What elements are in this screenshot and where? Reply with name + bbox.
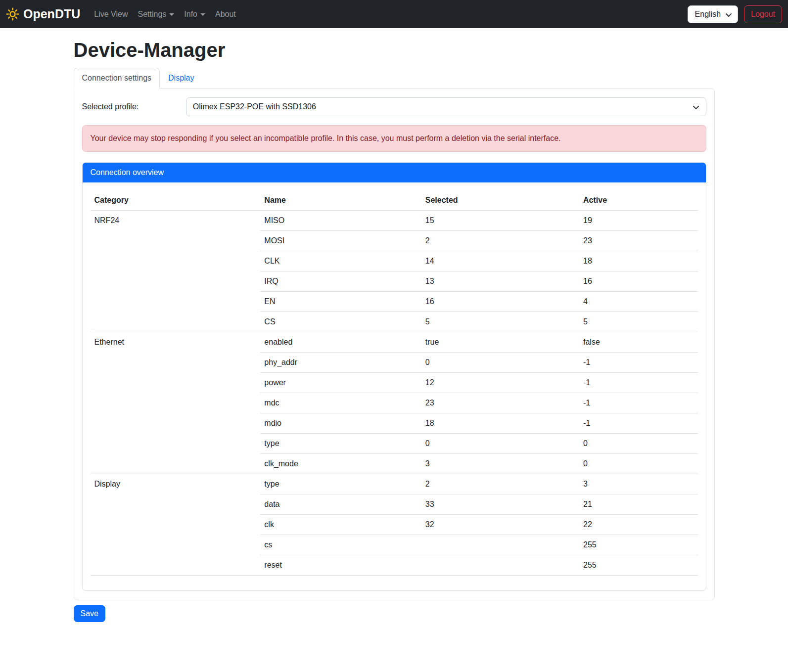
chevron-down-icon: [692, 103, 700, 111]
active-cell: -1: [579, 353, 698, 373]
top-navbar: OpenDTU Live View Settings Info About En…: [0, 0, 788, 28]
name-cell: clk: [260, 515, 421, 535]
name-cell: cs: [260, 535, 421, 555]
profile-select[interactable]: Olimex ESP32-POE with SSD1306: [186, 97, 706, 116]
active-cell: 255: [579, 555, 698, 576]
active-cell: 21: [579, 494, 698, 515]
name-cell: phy_addr: [260, 353, 421, 373]
category-cell: Display: [91, 474, 261, 576]
brand[interactable]: OpenDTU: [6, 5, 80, 24]
selected-cell: 15: [421, 211, 579, 231]
selected-cell: true: [421, 332, 579, 353]
nav-item-info[interactable]: Info: [179, 4, 210, 24]
page-title: Device-Manager: [74, 38, 715, 62]
active-cell: false: [579, 332, 698, 353]
logout-button[interactable]: Logout: [744, 5, 782, 23]
tab-display[interactable]: Display: [160, 68, 202, 89]
save-button[interactable]: Save: [74, 605, 105, 622]
name-cell: data: [260, 494, 421, 515]
connection-overview-card: Connection overview Category Name Select…: [82, 162, 706, 591]
incompatible-profile-warning: Your device may stop responding if you s…: [82, 125, 706, 152]
selected-cell: 2: [421, 474, 579, 494]
selected-cell: 2: [421, 231, 579, 251]
tab-bar: Connection settings Display: [74, 68, 715, 88]
chevron-down-icon: [725, 11, 733, 19]
table-row: Displaytype23: [91, 474, 698, 494]
active-cell: 255: [579, 535, 698, 555]
active-cell: 3: [579, 474, 698, 494]
selected-cell: 16: [421, 292, 579, 312]
nav-item-live-view[interactable]: Live View: [89, 4, 133, 24]
connection-table-head: Category Name Selected Active: [91, 190, 698, 211]
selected-cell: 13: [421, 271, 579, 292]
active-cell: -1: [579, 373, 698, 393]
name-cell: power: [260, 373, 421, 393]
name-cell: CLK: [260, 251, 421, 271]
name-cell: EN: [260, 292, 421, 312]
active-cell: 19: [579, 211, 698, 231]
profile-row: Selected profile: Olimex ESP32-POE with …: [82, 97, 706, 116]
selected-cell: 0: [421, 353, 579, 373]
category-cell: NRF24: [91, 211, 261, 332]
name-cell: clk_mode: [260, 454, 421, 474]
selected-cell: 0: [421, 434, 579, 454]
language-select[interactable]: English: [688, 5, 738, 23]
main-nav: Live View Settings Info About: [89, 4, 241, 24]
col-header-active: Active: [579, 190, 698, 211]
nav-item-settings[interactable]: Settings: [133, 4, 179, 24]
name-cell: MISO: [260, 211, 421, 231]
tab-connection-settings[interactable]: Connection settings: [74, 68, 160, 89]
active-cell: 16: [579, 271, 698, 292]
active-cell: 0: [579, 454, 698, 474]
language-select-value: English: [695, 8, 721, 20]
name-cell: type: [260, 474, 421, 494]
active-cell: 5: [579, 312, 698, 332]
name-cell: type: [260, 434, 421, 454]
selected-cell: 3: [421, 454, 579, 474]
name-cell: mdio: [260, 413, 421, 434]
nav-item-info-label: Info: [184, 10, 197, 18]
name-cell: enabled: [260, 332, 421, 353]
table-row: Ethernetenabledtruefalse: [91, 332, 698, 353]
selected-cell: 5: [421, 312, 579, 332]
selected-cell: 33: [421, 494, 579, 515]
profile-select-value: Olimex ESP32-POE with SSD1306: [193, 101, 316, 113]
selected-cell: 18: [421, 413, 579, 434]
connection-table-body: NRF24MISO1519MOSI223CLK1418IRQ1316EN164C…: [91, 211, 698, 576]
table-row: NRF24MISO1519: [91, 211, 698, 231]
active-cell: -1: [579, 393, 698, 413]
active-cell: 22: [579, 515, 698, 535]
col-header-selected: Selected: [421, 190, 579, 211]
name-cell: mdc: [260, 393, 421, 413]
chevron-down-icon: [169, 13, 174, 16]
selected-cell: 14: [421, 251, 579, 271]
name-cell: IRQ: [260, 271, 421, 292]
active-cell: 4: [579, 292, 698, 312]
connection-table: Category Name Selected Active NRF24MISO1…: [91, 190, 698, 576]
card-header: Connection overview: [83, 163, 706, 182]
tab-panel-connection-settings: Selected profile: Olimex ESP32-POE with …: [74, 88, 715, 600]
selected-cell: 23: [421, 393, 579, 413]
name-cell: CS: [260, 312, 421, 332]
card-body: Category Name Selected Active NRF24MISO1…: [83, 182, 706, 590]
navbar-right: English Logout: [688, 5, 782, 23]
profile-label: Selected profile:: [82, 101, 186, 113]
active-cell: 23: [579, 231, 698, 251]
brand-label: OpenDTU: [23, 5, 80, 24]
selected-cell: [421, 535, 579, 555]
chevron-down-icon: [200, 13, 205, 16]
active-cell: 18: [579, 251, 698, 271]
header-row: Category Name Selected Active: [91, 190, 698, 211]
sun-icon: [6, 7, 19, 21]
nav-item-about[interactable]: About: [210, 4, 241, 24]
name-cell: MOSI: [260, 231, 421, 251]
main-container: Device-Manager Connection settings Displ…: [68, 38, 721, 622]
selected-cell: [421, 555, 579, 576]
nav-item-settings-label: Settings: [138, 10, 166, 18]
col-header-category: Category: [91, 190, 261, 211]
active-cell: 0: [579, 434, 698, 454]
category-cell: Ethernet: [91, 332, 261, 474]
name-cell: reset: [260, 555, 421, 576]
selected-cell: 12: [421, 373, 579, 393]
selected-cell: 32: [421, 515, 579, 535]
